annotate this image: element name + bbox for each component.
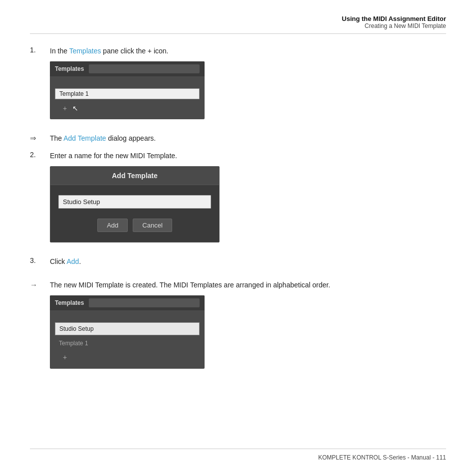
template-row-1[interactable]: Template 1 <box>55 88 200 99</box>
step-2: 2. Enter a name for the new MIDI Templat… <box>30 151 446 248</box>
arrow-1: ⇒ The Add Template dialog appears. <box>30 133 446 144</box>
step-2-body: Enter a name for the new MIDI Template. … <box>50 151 446 248</box>
step-3-text: Click Add. <box>50 256 446 267</box>
arrow-symbol-1: ⇒ <box>30 133 50 143</box>
step-3-number: 3. <box>30 256 50 264</box>
step-1-text-before: In the <box>50 47 69 55</box>
templates-panel-label-2: Templates <box>55 298 84 307</box>
step-2-number: 2. <box>30 151 50 159</box>
step-3: 3. Click Add. <box>30 256 446 272</box>
add-template-link[interactable]: Add Template <box>63 134 106 142</box>
header-title: Using the MIDI Assignment Editor <box>30 15 446 22</box>
panel-header-right-2 <box>89 298 200 307</box>
cancel-button[interactable]: Cancel <box>133 219 172 232</box>
templates-panel-header-1: Templates <box>50 61 205 76</box>
add-icon-2[interactable]: + <box>59 351 71 364</box>
arrow-1-text-after: dialog appears. <box>106 134 156 142</box>
step-1-number: 1. <box>30 46 50 54</box>
add-button-row-1: + ↖ <box>55 101 200 115</box>
page-header: Using the MIDI Assignment Editor Creatin… <box>30 15 446 34</box>
page-footer: KOMPLETE KONTROL S-Series - Manual - 111 <box>30 449 446 461</box>
templates-panel-label-1: Templates <box>55 65 84 72</box>
studio-setup-row[interactable]: Studio Setup <box>55 322 200 335</box>
header-subtitle: Creating a New MIDI Template <box>30 22 446 29</box>
step-1-body: In the Templates pane click the + icon. … <box>50 46 446 125</box>
panel-header-right-1 <box>89 64 200 73</box>
step-1: 1. In the Templates pane click the + ico… <box>30 46 446 125</box>
add-link[interactable]: Add <box>66 257 79 265</box>
arrow-2-body: The new MIDI Template is created. The MI… <box>50 280 446 375</box>
arrow-2-text: The new MIDI Template is created. The MI… <box>50 280 446 290</box>
templates-panel-body-2: Studio Setup Template 1 + <box>50 310 205 369</box>
templates-panel-header-2: Templates <box>50 295 205 310</box>
add-button[interactable]: Add <box>97 219 128 232</box>
step-1-text-after: pane click the + icon. <box>101 47 168 55</box>
arrow-1-text-before: The <box>50 134 63 142</box>
arrow-symbol-2: → <box>30 280 50 289</box>
footer-text: KOMPLETE KONTROL S-Series - Manual - 111 <box>318 454 446 461</box>
dialog-body: Add Cancel <box>50 185 219 242</box>
step-3-text-before: Click <box>50 257 66 265</box>
templates-panel-2: Templates Studio Setup Template 1 + <box>50 295 205 369</box>
arrow-2: → The new MIDI Template is created. The … <box>30 280 446 375</box>
add-button-row-2: + <box>55 350 200 365</box>
add-icon-1[interactable]: + <box>59 103 71 113</box>
dialog-header: Add Template <box>50 167 219 185</box>
content-area: 1. In the Templates pane click the + ico… <box>30 46 446 375</box>
step-3-body: Click Add. <box>50 256 446 272</box>
templates-link-1[interactable]: Templates <box>69 47 101 55</box>
dialog-buttons: Add Cancel <box>58 219 211 232</box>
arrow-1-body: The Add Template dialog appears. <box>50 133 446 144</box>
step-3-text-after: . <box>79 257 81 265</box>
step-1-text: In the Templates pane click the + icon. <box>50 46 446 56</box>
templates-panel-body-1: Template 1 + ↖ <box>50 76 205 119</box>
cursor-icon-1: ↖ <box>72 104 78 112</box>
add-template-dialog: Add Template Add Cancel <box>50 166 220 242</box>
templates-panel-1: Templates Template 1 + ↖ <box>50 61 205 119</box>
step-2-text: Enter a name for the new MIDI Template. <box>50 151 446 161</box>
template-1-row[interactable]: Template 1 <box>55 337 200 349</box>
template-name-input[interactable] <box>58 195 211 209</box>
